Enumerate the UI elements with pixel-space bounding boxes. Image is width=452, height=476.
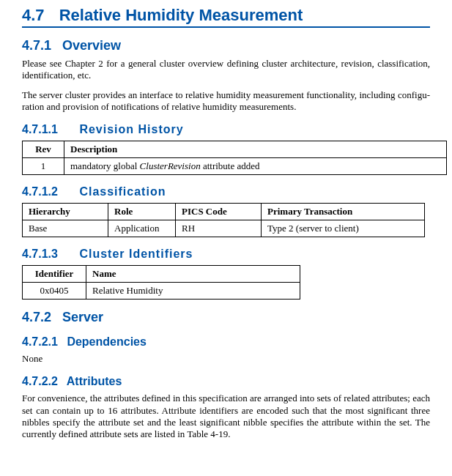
primary-header: Primary Transaction <box>262 204 425 220</box>
table-header-row: Rev Description <box>23 141 447 158</box>
dependencies-heading: 4.7.2.1 Dependencies <box>22 335 430 349</box>
overview-number: 4.7.1 <box>22 38 51 53</box>
attributes-para: For convenience, the attributes defined … <box>22 393 430 440</box>
server-title: Server <box>62 310 103 324</box>
pics-header: PICS Code <box>176 204 262 220</box>
revision-history-title: Revision History <box>79 123 183 135</box>
revision-history-table: Rev Description 1 mandatory global Clust… <box>22 141 447 175</box>
primary-cell: Type 2 (server to client) <box>262 220 425 237</box>
attributes-title: Attributes <box>67 375 122 387</box>
classification-heading: 4.7.1.2 Classification <box>22 185 430 198</box>
cluster-identifiers-heading: 4.7.1.3 Cluster Identifiers <box>22 248 430 261</box>
cluster-identifiers-table: Identifier Name 0x0405 Relative Humidity <box>22 265 300 300</box>
table-row: 1 mandatory global ClusterRevision attri… <box>23 158 447 175</box>
table-row: 0x0405 Relative Humidity <box>23 283 300 300</box>
rev-header: Rev <box>23 141 64 158</box>
role-cell: Application <box>108 220 176 237</box>
desc-text-suffix: attribute added <box>201 160 260 171</box>
table-header-row: Identifier Name <box>23 266 300 283</box>
dependencies-text: None <box>22 353 430 365</box>
attributes-heading: 4.7.2.2 Attributes <box>22 375 430 388</box>
server-number: 4.7.2 <box>22 310 51 324</box>
server-heading: 4.7.2 Server <box>22 310 430 325</box>
table-row: Base Application RH Type 2 (server to cl… <box>23 220 425 237</box>
cluster-identifiers-title: Cluster Identifiers <box>79 248 193 260</box>
revision-history-heading: 4.7.1.1 Revision History <box>22 123 430 136</box>
dependencies-number: 4.7.2.1 <box>22 335 58 348</box>
section-title: Relative Humidity Measurement <box>59 6 303 24</box>
section-number: 4.7 <box>22 6 45 24</box>
classification-title: Classification <box>79 185 166 198</box>
hierarchy-cell: Base <box>23 220 108 237</box>
desc-cell: mandatory global ClusterRevision attribu… <box>64 158 447 175</box>
classification-table: Hierarchy Role PICS Code Primary Transac… <box>22 203 425 237</box>
identifier-cell: 0x0405 <box>23 283 86 300</box>
revision-history-number: 4.7.1.1 <box>22 123 58 135</box>
pics-cell: RH <box>176 220 262 237</box>
cluster-identifiers-number: 4.7.1.3 <box>22 248 58 260</box>
desc-header: Description <box>64 141 447 158</box>
overview-para-1: Please see Chapter 2 for a general clust… <box>22 58 430 82</box>
overview-title: Overview <box>62 38 121 53</box>
table-header-row: Hierarchy Role PICS Code Primary Transac… <box>23 204 425 220</box>
attributes-number: 4.7.2.2 <box>22 375 58 387</box>
desc-text-prefix: mandatory global <box>70 160 140 171</box>
hierarchy-header: Hierarchy <box>23 204 108 220</box>
desc-text-italic: ClusterRevision <box>140 160 201 171</box>
overview-para-2: The server cluster provides an interface… <box>22 89 430 114</box>
role-header: Role <box>108 204 176 220</box>
classification-number: 4.7.1.2 <box>22 185 58 198</box>
dependencies-title: Dependencies <box>67 335 146 348</box>
identifier-header: Identifier <box>23 266 86 283</box>
name-cell: Relative Humidity <box>86 283 300 300</box>
rev-cell: 1 <box>23 158 64 175</box>
name-header: Name <box>86 266 300 283</box>
section-heading: 4.7 Relative Humidity Measurement <box>22 6 430 28</box>
overview-heading: 4.7.1 Overview <box>22 38 430 53</box>
